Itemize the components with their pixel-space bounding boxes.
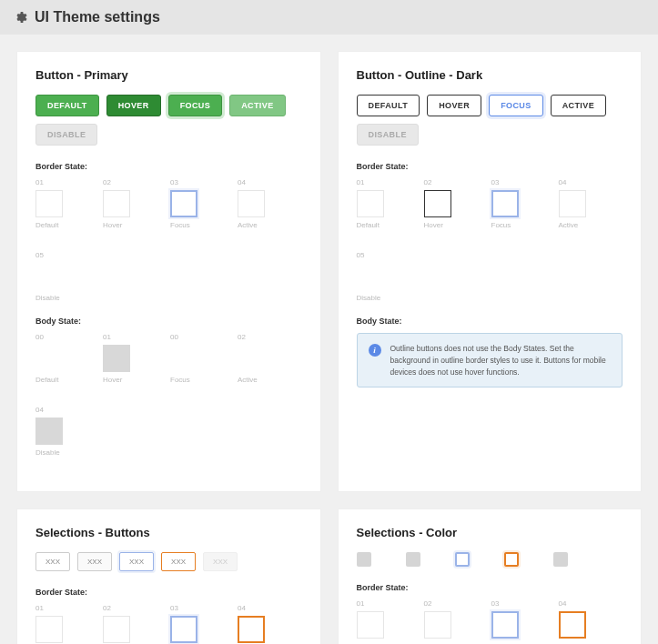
border-state-row: 01 Default 02 Hover 03 Focus 04 Active 0… xyxy=(357,178,623,302)
card-title: Button - Outline - Dark xyxy=(357,68,623,82)
selection-color-row xyxy=(357,552,623,567)
page-title: UI Theme settings xyxy=(35,9,160,25)
border-state-label: Border State: xyxy=(35,162,302,171)
body-state-label: Body State: xyxy=(357,317,623,326)
color-swatch-disable xyxy=(553,552,568,567)
border-state-item: 03 Focus xyxy=(491,178,537,229)
outline-hover-button[interactable]: HOVER xyxy=(427,95,481,116)
state-label: Default xyxy=(357,221,402,229)
state-number: 03 xyxy=(170,178,216,186)
state-swatch[interactable] xyxy=(103,345,130,372)
state-swatch[interactable] xyxy=(170,190,197,217)
border-state-item: 02 Hover xyxy=(424,178,470,229)
border-state-item: 01 Default xyxy=(357,178,402,229)
border-state-item: 02 Hover xyxy=(103,604,148,644)
primary-default-button[interactable]: DEFAULT xyxy=(35,95,99,116)
card-title: Selections - Buttons xyxy=(35,526,302,539)
state-number: 03 xyxy=(170,604,216,612)
selection-row: XXX XXX XXX XXX XXX xyxy=(35,552,302,571)
border-state-item: 02 Hover xyxy=(103,178,148,229)
state-number: 00 xyxy=(170,333,216,341)
primary-active-button[interactable]: ACTIVE xyxy=(229,95,285,116)
button-row: DEFAULT HOVER FOCUS ACTIVE DISABLE xyxy=(357,95,623,146)
state-number: 01 xyxy=(357,178,402,186)
selection-default[interactable]: XXX xyxy=(35,552,70,571)
selection-hover[interactable]: XXX xyxy=(77,552,112,571)
state-swatch[interactable] xyxy=(357,611,384,639)
info-alert: i Outline buttons does not use the Body … xyxy=(357,333,623,387)
state-swatch[interactable] xyxy=(559,611,586,639)
state-swatch[interactable] xyxy=(559,190,586,217)
body-state-item: 00 Default xyxy=(35,333,81,384)
color-swatch-default[interactable] xyxy=(357,552,371,567)
state-swatch[interactable] xyxy=(35,418,63,445)
state-swatch[interactable] xyxy=(424,611,451,639)
state-swatch[interactable] xyxy=(35,616,63,643)
state-swatch[interactable] xyxy=(491,611,519,639)
border-state-item: 03 Focus xyxy=(491,599,537,644)
state-swatch xyxy=(170,345,197,372)
state-number: 04 xyxy=(238,604,283,612)
border-state-item: 04 Active xyxy=(559,178,604,229)
page-header: UI Theme settings xyxy=(0,0,658,35)
border-state-item: 03 Focus xyxy=(170,604,216,644)
border-state-row: 01 Default 02 Hover 03 Focus 04 Active 0… xyxy=(357,599,623,644)
state-swatch xyxy=(35,345,63,372)
border-state-item: 03 Focus xyxy=(170,178,216,229)
state-swatch xyxy=(357,263,384,290)
outline-default-button[interactable]: DEFAULT xyxy=(357,95,420,116)
primary-focus-button[interactable]: FOCUS xyxy=(168,95,223,116)
color-swatch-hover[interactable] xyxy=(406,552,420,567)
card-title: Button - Primary xyxy=(35,68,302,82)
state-swatch[interactable] xyxy=(491,190,519,217)
state-label: Hover xyxy=(424,221,470,229)
state-swatch xyxy=(35,263,63,290)
state-number: 04 xyxy=(559,599,604,608)
state-number: 03 xyxy=(491,599,537,608)
state-number: 02 xyxy=(238,333,283,341)
state-number: 04 xyxy=(559,178,604,186)
primary-hover-button[interactable]: HOVER xyxy=(106,95,161,116)
state-swatch[interactable] xyxy=(103,616,130,643)
state-label: Active xyxy=(238,376,283,384)
border-state-label: Border State: xyxy=(35,588,302,597)
state-number: 02 xyxy=(103,178,148,186)
state-swatch[interactable] xyxy=(103,190,130,217)
border-state-item: 05 Disable xyxy=(357,251,402,302)
color-swatch-focus[interactable] xyxy=(455,552,470,567)
state-label: Hover xyxy=(103,221,148,229)
selection-focus[interactable]: XXX xyxy=(119,552,154,571)
state-swatch[interactable] xyxy=(357,190,384,217)
state-swatch[interactable] xyxy=(238,190,265,217)
state-number: 05 xyxy=(357,251,402,259)
info-icon: i xyxy=(369,344,381,357)
state-swatch[interactable] xyxy=(238,616,265,643)
state-number: 01 xyxy=(357,599,402,608)
card-selections-buttons: Selections - Buttons XXX XXX XXX XXX XXX… xyxy=(16,508,321,644)
state-label: Active xyxy=(238,221,283,229)
border-state-item: 01 Default xyxy=(35,178,81,229)
alert-text: Outline buttons does not use the Body St… xyxy=(390,343,612,377)
color-swatch-active[interactable] xyxy=(504,552,519,567)
outline-focus-button[interactable]: FOCUS xyxy=(489,95,543,116)
selection-active[interactable]: XXX xyxy=(161,552,196,571)
state-label: Focus xyxy=(170,376,216,384)
state-label: Hover xyxy=(103,376,148,384)
border-state-row: 01 Default 02 Hover 03 Focus 04 Active 0… xyxy=(35,178,302,302)
state-label: Focus xyxy=(491,221,537,229)
state-number: 05 xyxy=(35,251,81,259)
gear-icon xyxy=(13,10,27,25)
state-swatch[interactable] xyxy=(170,616,197,643)
state-label: Disable xyxy=(357,294,402,302)
border-state-item: 04 Active xyxy=(559,599,604,644)
outline-active-button[interactable]: ACTIVE xyxy=(551,95,606,116)
state-swatch[interactable] xyxy=(424,190,451,217)
state-label: Default xyxy=(35,376,81,384)
button-row: DEFAULT HOVER FOCUS ACTIVE DISABLE xyxy=(35,95,302,146)
border-state-label: Border State: xyxy=(357,583,623,592)
state-number: 03 xyxy=(491,178,537,186)
state-swatch xyxy=(238,345,265,372)
body-state-label: Body State: xyxy=(35,317,302,326)
selection-disable: XXX xyxy=(203,552,238,571)
state-swatch[interactable] xyxy=(35,190,63,217)
